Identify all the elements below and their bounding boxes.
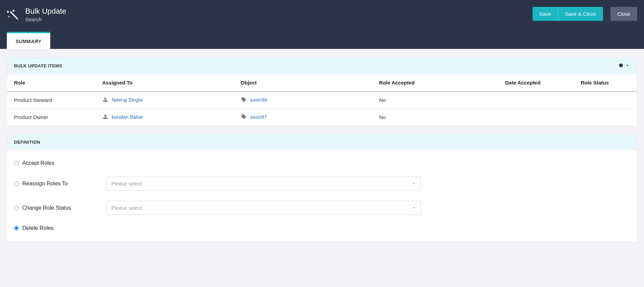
assigned-to-link[interactable]: kundan Balse <box>112 114 143 120</box>
cell-role-status <box>574 109 637 126</box>
panel-header-definition: DEFINITION <box>7 135 637 150</box>
wand-icon <box>7 7 19 22</box>
table-row: Product Steward Neeraj Singla <box>7 91 637 109</box>
radio-delete-roles[interactable] <box>14 226 19 231</box>
label-delete-roles[interactable]: Delete Roles <box>22 225 54 231</box>
label-change-role-status[interactable]: Change Role Status <box>22 205 71 211</box>
cell-date-accepted <box>498 91 574 109</box>
tag-icon <box>241 96 247 103</box>
tabs-row: SUMMARY <box>0 32 644 49</box>
save-close-button[interactable]: Save & Close <box>558 7 603 21</box>
content-area: BULK UPDATE ITEMS Role Assigned To Objec… <box>0 49 644 261</box>
select-reassign-to[interactable]: Please select <box>106 177 421 191</box>
tab-summary[interactable]: SUMMARY <box>7 32 50 49</box>
settings-dropdown[interactable] <box>618 63 630 69</box>
person-icon <box>102 114 108 120</box>
radio-accept-roles[interactable] <box>14 161 19 166</box>
col-assigned-to: Assigned To <box>95 74 234 91</box>
cell-role-status <box>574 91 637 109</box>
cell-role-accepted: No <box>372 91 498 109</box>
cell-date-accepted <box>498 109 574 126</box>
label-accept-roles[interactable]: Accept Roles <box>22 160 54 166</box>
panel-bulk-update-items: BULK UPDATE ITEMS Role Assigned To Objec… <box>7 57 637 126</box>
save-button[interactable]: Save <box>533 7 558 21</box>
option-change-role-status: Change Role Status Please select <box>14 201 630 215</box>
col-date-accepted: Date Accepted <box>498 74 574 91</box>
gear-icon <box>618 63 623 69</box>
cell-assigned-to: kundan Balse <box>95 109 234 126</box>
radio-reassign-roles[interactable] <box>14 181 19 186</box>
tag-icon <box>241 114 247 120</box>
chevron-down-icon <box>625 63 630 69</box>
col-role-accepted: Role Accepted <box>372 74 498 91</box>
table-row: Product Owner kundan Balse <box>7 109 637 126</box>
items-table: Role Assigned To Object Role Accepted Da… <box>7 74 637 126</box>
select-change-status-display: Please select <box>106 201 421 215</box>
col-role-status: Role Status <box>574 74 637 91</box>
col-object: Object <box>234 74 372 91</box>
page-subtitle: Search <box>25 16 66 22</box>
cell-object: axon97 <box>234 109 372 126</box>
panel-title-definition: DEFINITION <box>14 140 40 145</box>
object-link[interactable]: axon98 <box>250 97 267 103</box>
cell-object: axon98 <box>234 91 372 109</box>
panel-title-items: BULK UPDATE ITEMS <box>14 63 62 68</box>
option-delete-roles: Delete Roles <box>14 225 630 231</box>
cell-role: Product Steward <box>7 91 95 109</box>
close-button[interactable]: Close <box>611 7 637 21</box>
col-role: Role <box>7 74 95 91</box>
definition-body: Accept Roles Reassign Roles To Please se… <box>7 150 637 242</box>
app-header: Bulk Update Search Save Save & Close Clo… <box>0 0 644 49</box>
title-group: Bulk Update Search <box>7 7 66 22</box>
panel-definition: DEFINITION Accept Roles Reassign Roles T… <box>7 134 637 242</box>
assigned-to-link[interactable]: Neeraj Singla <box>112 97 143 103</box>
label-reassign-roles[interactable]: Reassign Roles To <box>22 181 68 187</box>
option-accept-roles: Accept Roles <box>14 160 630 166</box>
action-buttons: Save Save & Close Close <box>533 7 637 21</box>
panel-header-items: BULK UPDATE ITEMS <box>7 58 637 74</box>
select-change-status[interactable]: Please select <box>106 201 421 215</box>
radio-change-role-status[interactable] <box>14 206 19 210</box>
person-icon <box>102 96 108 103</box>
table-header-row: Role Assigned To Object Role Accepted Da… <box>7 74 637 91</box>
object-link[interactable]: axon97 <box>250 114 267 120</box>
page-title: Bulk Update <box>25 7 66 16</box>
cell-assigned-to: Neeraj Singla <box>95 91 234 109</box>
cell-role: Product Owner <box>7 109 95 126</box>
select-reassign-display: Please select <box>106 177 421 191</box>
cell-role-accepted: No <box>372 109 498 126</box>
option-reassign-roles: Reassign Roles To Please select <box>14 177 630 191</box>
